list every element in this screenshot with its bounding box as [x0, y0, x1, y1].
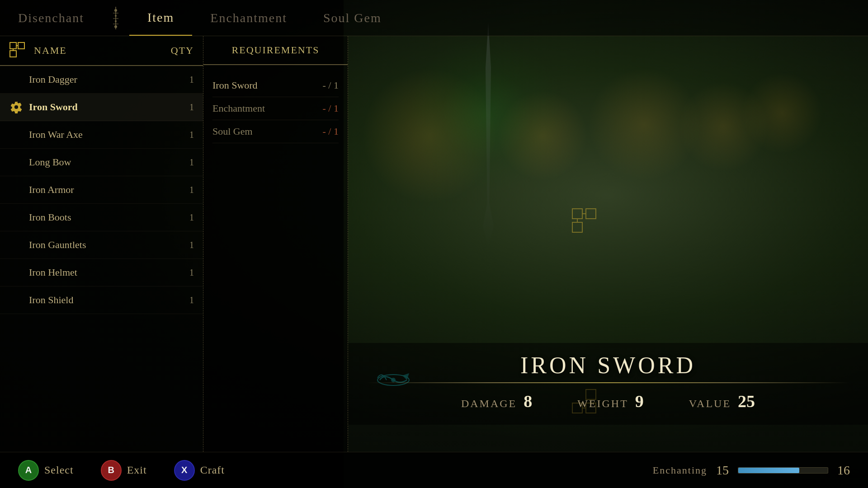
name-column-header: Name	[34, 45, 158, 56]
item-icon	[9, 238, 24, 252]
requirement-item: Iron Sword - / 1	[212, 74, 339, 97]
item-name: Long Bow	[29, 156, 167, 168]
skill-next-level: 16	[837, 463, 850, 478]
req-item-name: Enchantment	[212, 103, 265, 114]
weight-label: WEIGHT	[577, 398, 628, 410]
damage-stat: DAMAGE 8	[461, 391, 532, 411]
item-info-bar: IRON SWORD DAMAGE 8 WEIGHT 9 VALUE 25	[348, 343, 868, 425]
svg-point-2	[115, 15, 117, 17]
requirements-list: Iron Sword - / 1 Enchantment - / 1 Soul …	[203, 65, 348, 152]
item-qty: 1	[167, 75, 194, 85]
item-qty: 1	[167, 157, 194, 168]
skill-current-level: 15	[716, 463, 729, 478]
bottom-bar: A Select B Exit X Craft Enchanting 15	[0, 452, 868, 488]
req-item-count: - / 1	[323, 103, 339, 114]
list-item-selected[interactable]: Iron Sword 1	[0, 94, 203, 121]
svg-rect-10	[10, 51, 16, 57]
list-item[interactable]: Iron Boots 1	[0, 204, 203, 231]
requirements-panel: Requirements Iron Sword - / 1 Enchantmen…	[203, 36, 348, 452]
selected-item-gear-icon	[9, 100, 24, 114]
list-item[interactable]: Long Bow 1	[0, 149, 203, 176]
item-qty: 1	[167, 295, 194, 305]
tab-enchantment[interactable]: Enchantment	[192, 0, 305, 36]
item-divider	[366, 382, 850, 383]
list-item[interactable]: Iron Shield 1	[0, 286, 203, 314]
select-label: Select	[44, 464, 74, 476]
item-name: Iron Shield	[29, 294, 167, 306]
control-exit: B Exit	[101, 460, 147, 481]
svg-rect-9	[18, 42, 24, 49]
req-item-count: - / 1	[323, 80, 339, 91]
a-button[interactable]: A	[18, 460, 39, 481]
req-item-name: Iron Sword	[212, 80, 258, 91]
skill-progress-track	[738, 467, 828, 474]
item-name: Iron Gauntlets	[29, 239, 167, 251]
item-icon	[9, 210, 24, 225]
item-icon	[9, 183, 24, 197]
svg-rect-15	[572, 209, 582, 219]
requirement-item: Soul Gem - / 1	[212, 120, 339, 143]
req-item-count: - / 1	[323, 126, 339, 137]
item-name: Iron Armor	[29, 184, 167, 196]
requirement-item: Enchantment - / 1	[212, 97, 339, 120]
nordic-rune-icon-center	[571, 208, 597, 235]
item-name: Iron War Axe	[29, 129, 167, 141]
svg-point-4	[114, 25, 117, 28]
item-icon	[9, 72, 24, 87]
tab-item[interactable]: Item	[129, 0, 192, 36]
tab-soul-gem[interactable]: Soul Gem	[305, 0, 400, 36]
nav-divider-icon	[107, 5, 125, 32]
skill-name: Enchanting	[653, 465, 707, 476]
damage-value: 8	[524, 391, 532, 411]
item-icon	[9, 155, 24, 169]
item-name: Iron Boots	[29, 211, 167, 223]
skill-bar-area: Enchanting 15 16	[653, 463, 850, 478]
value-value: 25	[738, 391, 755, 411]
item-qty: 1	[167, 267, 194, 278]
skill-progress-fill	[738, 468, 799, 473]
item-icon	[9, 127, 24, 142]
list-item[interactable]: Iron Helmet 1	[0, 259, 203, 286]
value-label: VALUE	[689, 398, 731, 410]
tab-disenchant[interactable]: Disenchant	[0, 0, 102, 36]
item-icon	[9, 293, 24, 307]
item-qty: 1	[167, 102, 194, 113]
svg-point-1	[114, 9, 117, 12]
craft-label: Craft	[200, 464, 225, 476]
weight-stat: WEIGHT 9	[577, 391, 644, 411]
req-item-name: Soul Gem	[212, 126, 253, 137]
x-button[interactable]: X	[174, 460, 195, 481]
list-item[interactable]: Iron War Axe 1	[0, 121, 203, 149]
control-select: A Select	[18, 460, 74, 481]
svg-rect-8	[10, 42, 16, 49]
item-qty: 1	[167, 212, 194, 223]
item-name: Iron Dagger	[29, 74, 167, 85]
item-list: Iron Dagger 1 Iron Sword 1 Iro	[0, 66, 203, 452]
item-qty: 1	[167, 240, 194, 250]
item-qty: 1	[167, 185, 194, 195]
preview-panel: IRON SWORD DAMAGE 8 WEIGHT 9 VALUE 25	[348, 36, 868, 452]
header-rune-icon	[9, 42, 27, 60]
b-button[interactable]: B	[101, 460, 122, 481]
item-icon	[9, 265, 24, 280]
item-stats: DAMAGE 8 WEIGHT 9 VALUE 25	[366, 387, 850, 416]
item-name: Iron Sword	[29, 101, 167, 113]
item-preview-title: IRON SWORD	[366, 352, 850, 379]
qty-column-header: Qty	[158, 45, 194, 56]
item-name: Iron Helmet	[29, 267, 167, 278]
exit-label: Exit	[127, 464, 147, 476]
svg-point-3	[115, 20, 117, 22]
list-item[interactable]: Iron Armor 1	[0, 176, 203, 204]
damage-label: DAMAGE	[461, 398, 517, 410]
svg-rect-16	[586, 209, 596, 219]
list-header: Name Qty	[0, 36, 203, 66]
list-item[interactable]: Iron Gauntlets 1	[0, 231, 203, 259]
item-list-panel: Name Qty Iron Dagger 1	[0, 36, 203, 452]
control-craft: X Craft	[174, 460, 225, 481]
value-stat: VALUE 25	[689, 391, 755, 411]
svg-rect-17	[572, 222, 582, 232]
requirements-header: Requirements	[203, 36, 348, 65]
top-navigation: Disenchant Item Enchantment Soul Gem	[0, 0, 868, 36]
list-item[interactable]: Iron Dagger 1	[0, 66, 203, 94]
content-area: Name Qty Iron Dagger 1	[0, 36, 868, 452]
